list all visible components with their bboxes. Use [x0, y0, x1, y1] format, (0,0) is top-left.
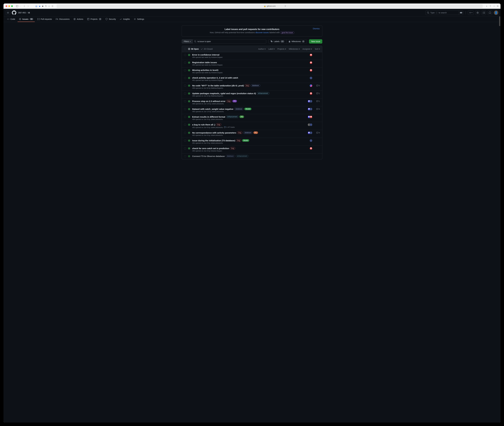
milestones-button[interactable]: Milestones0 [287, 39, 307, 43]
issue-checkbox[interactable] [184, 92, 186, 94]
breadcrumb-owner[interactable]: OB7-IRD [18, 12, 26, 14]
share-icon[interactable]: ⇧ [490, 5, 491, 7]
issue-title-link[interactable]: Extract results in different format [192, 116, 225, 118]
label-bug[interactable]: bug [230, 147, 235, 149]
label-filter[interactable]: Label ▾ [268, 48, 275, 50]
tab-security[interactable]: Security [104, 17, 117, 22]
tab-settings[interactable]: Settings [132, 17, 146, 22]
ext-icon-1[interactable]: ▤ [35, 5, 37, 7]
issue-checkbox[interactable] [184, 77, 186, 79]
open-filter-button[interactable]: 58 Open [188, 48, 199, 50]
filter-query-input[interactable]: is:issue is:open [193, 39, 266, 43]
issue-row[interactable]: check activity operation 0, 2 and 14 wit… [182, 75, 322, 83]
comments-link[interactable]: 4 [314, 108, 320, 110]
hamburger-menu-button[interactable] [6, 10, 10, 15]
issue-row[interactable]: No correspondance with activity paramete… [182, 130, 322, 138]
assignee-avatar[interactable] [310, 131, 312, 134]
github-logo-icon[interactable] [12, 10, 16, 15]
issue-title-link[interactable]: a bug to rule them all ;) [192, 123, 215, 126]
command-palette-button[interactable] [459, 10, 463, 15]
issue-title-link[interactable]: Registration table issues [192, 61, 217, 64]
issue-row[interactable]: Process stop on 2.3 without error bug P2… [182, 99, 322, 106]
comments-link[interactable]: 1 [314, 100, 320, 102]
tabs-icon[interactable]: ⧉ [497, 5, 498, 7]
assignee-avatar[interactable] [310, 69, 312, 72]
issue-row[interactable]: Missing activities in level3 #92 opened … [182, 68, 322, 75]
label-bug[interactable]: bug [236, 139, 241, 142]
assignee-avatar[interactable] [310, 115, 312, 118]
issue-row[interactable]: Error in confidence interval #94 opened … [182, 52, 322, 60]
issue-title-link[interactable]: Update packages maptools, rgdal and rego… [192, 92, 256, 95]
select-all-checkbox[interactable] [184, 48, 186, 50]
label-p3[interactable]: P3 [239, 115, 244, 118]
issue-checkbox[interactable] [184, 124, 186, 126]
label-p1[interactable]: P1 [253, 131, 258, 134]
sidebar-icon[interactable] [16, 5, 18, 7]
assignee-avatar[interactable] [310, 123, 312, 126]
assignee-avatar[interactable] [310, 147, 312, 150]
issue-checkbox[interactable] [184, 54, 186, 56]
minimize-window-button[interactable] [8, 5, 10, 7]
milestones-filter[interactable]: Milestones ▾ [289, 48, 300, 50]
labels-button[interactable]: Labels22 [268, 39, 287, 43]
assignee-avatar[interactable] [310, 77, 312, 79]
label-bug[interactable]: bug [226, 100, 231, 102]
new-tab-icon[interactable]: ＋ [493, 5, 495, 7]
forward-button[interactable] [27, 5, 29, 7]
ext-icon-4[interactable]: ⚗ [45, 5, 47, 7]
label-database[interactable]: database [234, 108, 244, 110]
comments-link[interactable]: 1 [314, 92, 320, 94]
label-bug[interactable]: bug [245, 84, 250, 87]
scrollbar-thumb[interactable] [499, 16, 500, 26]
back-button[interactable] [24, 5, 25, 7]
issue-row[interactable]: Registration table issues #93 opened las… [182, 60, 322, 68]
issue-row[interactable]: Connect T3 to Observe database database … [182, 153, 322, 159]
issue-row[interactable]: No code "MYT" in the table setduration (… [182, 83, 322, 91]
close-window-button[interactable] [6, 5, 7, 7]
pull-requests-global-button[interactable] [482, 10, 486, 15]
dropdown-chevron-icon[interactable]: ⌄ [19, 5, 21, 7]
issue-row[interactable]: check for zero catch set in prediction b… [182, 146, 322, 153]
label-enhancement[interactable]: enhancement [257, 92, 269, 95]
issues-global-button[interactable] [476, 10, 480, 15]
tab-pull-requests[interactable]: Pull requests [36, 17, 53, 22]
issue-title-link[interactable]: Process stop on 2.3 without error [192, 100, 225, 102]
maximize-window-button[interactable] [11, 5, 13, 7]
label-database[interactable]: database [225, 155, 235, 157]
ext-icon-2[interactable]: ◆ [39, 5, 41, 7]
new-issue-button[interactable]: New issue [309, 39, 322, 43]
label-p2[interactable]: P2 [232, 100, 237, 102]
author-filter[interactable]: Author ▾ [258, 48, 266, 50]
issue-title-link[interactable]: No code "MYT" in the table setduration (… [192, 84, 244, 87]
assignee-avatar[interactable] [310, 92, 312, 95]
issue-title-link[interactable]: Connect T3 to Observe database [192, 155, 225, 157]
issue-title-link[interactable]: check activity operation 0, 2 and 14 wit… [192, 77, 238, 79]
label-model[interactable]: Model [242, 139, 249, 142]
issue-row[interactable]: Dataset with catch_weight value negative… [182, 106, 322, 114]
issue-title-link[interactable]: No correspondance with activity paramete… [192, 132, 236, 134]
notifications-button[interactable] [488, 10, 492, 15]
breadcrumb-repo[interactable]: t3 [28, 12, 30, 14]
assignee-avatar[interactable] [310, 100, 312, 103]
create-new-button[interactable] [468, 10, 474, 15]
tab-issues[interactable]: Issues58 [18, 17, 35, 22]
assignee-avatar[interactable] [310, 54, 312, 56]
label-database[interactable]: database [243, 131, 252, 134]
dismiss-button[interactable]: Dismiss [313, 28, 320, 30]
assignee-avatar[interactable] [310, 84, 312, 87]
tab-discussions[interactable]: Discussions [54, 17, 71, 22]
label-model[interactable]: Model [244, 108, 252, 110]
assignee-avatar[interactable] [310, 139, 312, 142]
issue-checkbox[interactable] [184, 69, 186, 71]
issue-title-link[interactable]: Missing activities in level3 [192, 69, 218, 71]
issue-checkbox[interactable] [184, 155, 186, 157]
url-bar[interactable]: 🔒 github.com ⟳ [57, 4, 483, 8]
issue-checkbox[interactable] [184, 140, 186, 142]
ext-icon-3[interactable]: ■ [42, 5, 43, 7]
discover-issues-link[interactable]: discover issues [255, 31, 269, 34]
user-avatar[interactable]: 👤 [494, 10, 498, 15]
issue-row[interactable]: Issue during the initialisation (T3 data… [182, 138, 322, 146]
tab-actions[interactable]: Actions [72, 17, 85, 22]
issue-row[interactable]: Update packages maptools, rgdal and rego… [182, 91, 322, 99]
issue-checkbox[interactable] [184, 116, 186, 118]
